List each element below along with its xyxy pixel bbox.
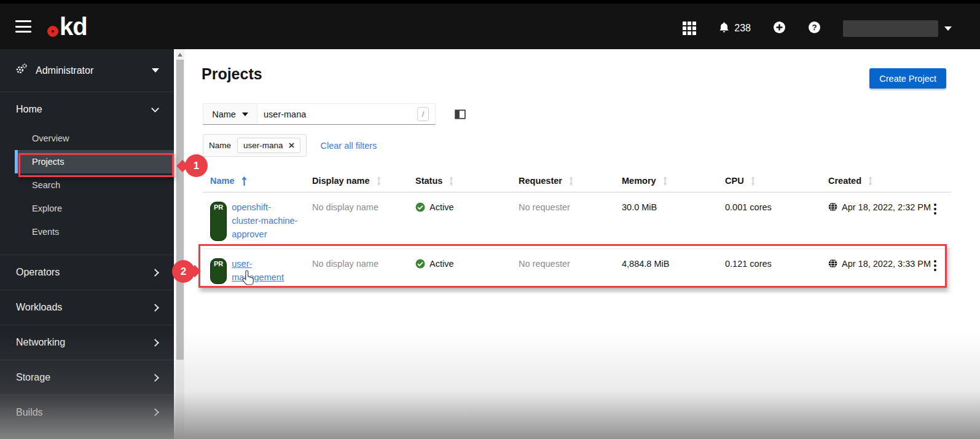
okd-logo-text: kd xyxy=(60,13,87,41)
sort-icon xyxy=(376,176,382,186)
user-menu[interactable] xyxy=(843,20,952,37)
sort-icon xyxy=(868,176,873,186)
gears-icon xyxy=(15,63,28,78)
sort-icon xyxy=(568,176,574,186)
page-title: Projects xyxy=(202,65,262,83)
chevron-right-icon xyxy=(151,339,159,347)
sort-ascending-icon xyxy=(241,176,248,186)
column-header-display-name[interactable]: Display name xyxy=(312,176,415,186)
annotation-box-projects xyxy=(18,153,174,177)
created-cell: Apr 18, 2022, 2:32 PM xyxy=(828,200,934,214)
chevron-right-icon xyxy=(151,269,159,277)
sidebar-group-workloads[interactable]: Workloads xyxy=(0,290,174,325)
filter-chip: user-mana × xyxy=(237,138,300,153)
search-input-value: user-mana xyxy=(264,109,306,119)
display-name-cell: No display name xyxy=(312,200,415,214)
vertical-scrollbar[interactable] xyxy=(176,49,184,439)
column-header-cpu[interactable]: CPU xyxy=(725,176,828,186)
help-icon[interactable]: ? xyxy=(808,21,821,36)
annotation-box-user-management-row xyxy=(198,244,947,288)
okd-logo-o-icon xyxy=(47,26,58,37)
perspective-switcher[interactable]: Administrator xyxy=(0,49,174,92)
remove-chip-icon[interactable]: × xyxy=(289,141,295,149)
column-label: CPU xyxy=(725,176,744,186)
menu-icon[interactable] xyxy=(15,20,31,33)
sidebar-group-label: Storage xyxy=(16,372,50,383)
sidebar-group-storage[interactable]: Storage xyxy=(0,360,174,395)
column-header-memory[interactable]: Memory xyxy=(622,176,725,186)
kebab-menu-icon[interactable] xyxy=(934,204,936,215)
sidebar-item-events[interactable]: Events xyxy=(0,220,174,243)
status-label: Active xyxy=(429,200,454,214)
table-row: PR openshift- cluster-machine- approver … xyxy=(203,192,951,249)
plus-circle-icon[interactable] xyxy=(773,21,786,36)
search-input[interactable]: user-mana / xyxy=(257,103,436,125)
annotation-badge-2: 2 xyxy=(172,260,195,283)
column-header-created[interactable]: Created xyxy=(828,176,934,186)
mouse-cursor-hand-icon xyxy=(241,269,256,288)
chip-value: user-mana xyxy=(243,141,283,150)
notification-count: 238 xyxy=(734,23,751,34)
sidebar-group-networking[interactable]: Networking xyxy=(0,325,174,360)
column-header-actions xyxy=(934,176,958,186)
app-launcher-icon[interactable] xyxy=(683,22,696,35)
manage-columns-icon[interactable] xyxy=(455,109,466,120)
clear-all-filters-link[interactable]: Clear all filters xyxy=(320,141,377,151)
sidebar-group-label: Home xyxy=(16,104,42,115)
filter-attribute-dropdown[interactable]: Name xyxy=(203,103,257,125)
check-circle-icon xyxy=(415,202,425,212)
chevron-down-icon xyxy=(242,113,248,116)
sidebar-group-builds[interactable]: Builds xyxy=(0,395,174,430)
slash-shortcut-hint: / xyxy=(417,107,429,121)
filter-toolbar: Name user-mana / xyxy=(203,103,466,125)
created-timestamp: Apr 18, 2022, 2:32 PM xyxy=(842,200,931,214)
scrollbar-up-arrow-icon[interactable] xyxy=(178,53,182,57)
column-label: Name xyxy=(210,176,235,186)
chevron-down-icon xyxy=(944,26,952,31)
scrollbar-thumb[interactable] xyxy=(176,60,184,360)
sidebar-group-label: Networking xyxy=(16,337,65,348)
sidebar: Administrator Home Overview Projects Sea… xyxy=(0,49,174,439)
notifications-button[interactable]: 238 xyxy=(718,22,751,36)
perspective-label: Administrator xyxy=(36,65,93,76)
project-resource-badge: PR xyxy=(210,202,227,241)
column-label: Memory xyxy=(622,176,656,186)
sidebar-item-overview[interactable]: Overview xyxy=(0,127,174,150)
globe-icon xyxy=(828,202,837,212)
chevron-right-icon xyxy=(151,304,159,312)
bell-icon xyxy=(718,22,730,36)
okd-logo: kd xyxy=(47,13,87,41)
sidebar-group-label: Builds xyxy=(16,407,43,418)
column-header-status[interactable]: Status xyxy=(415,176,519,186)
sort-icon xyxy=(449,176,454,186)
project-link-openshift-cluster-machine-approver[interactable]: openshift- cluster-machine- approver xyxy=(232,200,297,241)
chevron-right-icon xyxy=(151,408,159,416)
sidebar-group-home[interactable]: Home xyxy=(0,92,174,127)
active-filters: Name user-mana × Clear all filters xyxy=(203,134,377,157)
svg-text:?: ? xyxy=(812,23,817,32)
annotation-badge-1: 1 xyxy=(185,154,208,177)
sort-icon xyxy=(750,176,756,186)
filter-chip-group: Name user-mana × xyxy=(203,134,307,157)
cpu-cell: 0.001 cores xyxy=(725,200,828,214)
chevron-down-icon xyxy=(152,68,159,73)
memory-cell: 30.0 MiB xyxy=(622,200,725,214)
user-menu-redacted xyxy=(843,20,938,37)
chevron-down-icon xyxy=(151,105,159,113)
chip-group-label: Name xyxy=(209,141,231,150)
filter-attribute-label: Name xyxy=(212,109,236,119)
sort-icon xyxy=(662,176,668,186)
column-header-requester[interactable]: Requester xyxy=(519,176,622,186)
requester-cell: No requester xyxy=(519,200,622,214)
sidebar-item-explore[interactable]: Explore xyxy=(0,197,174,220)
sidebar-group-label: Workloads xyxy=(16,302,62,313)
masthead: kd 238 ? xyxy=(0,0,980,49)
column-header-name[interactable]: Name xyxy=(210,176,312,186)
table-header-row: Name Display name Status Requester Memor… xyxy=(203,171,951,192)
column-label: Created xyxy=(828,176,861,186)
sidebar-group-operators[interactable]: Operators xyxy=(0,255,174,290)
status-cell: Active xyxy=(415,200,519,214)
column-label: Status xyxy=(415,176,442,186)
column-label: Requester xyxy=(519,176,562,186)
create-project-button[interactable]: Create Project xyxy=(869,68,946,89)
